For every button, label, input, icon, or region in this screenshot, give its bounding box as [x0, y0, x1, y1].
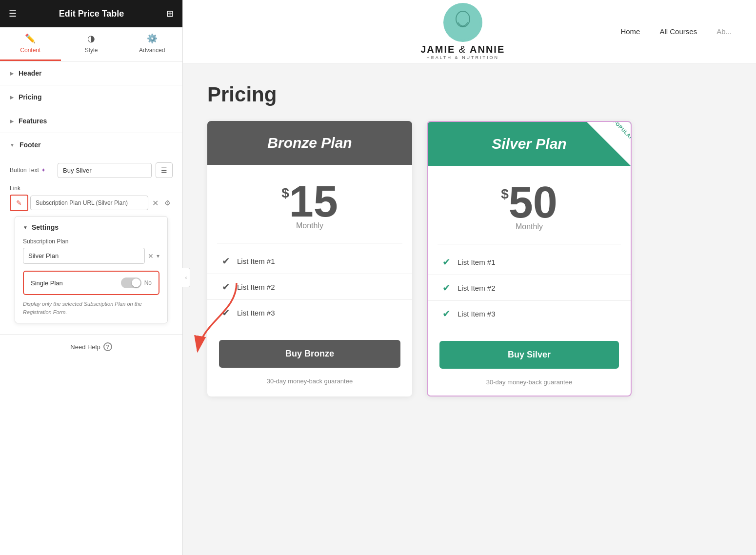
silver-feature-3-text: List Item #3: [458, 310, 496, 318]
toggle-container[interactable]: No: [121, 278, 152, 288]
bronze-price-number: 15: [289, 179, 338, 223]
buy-silver-button[interactable]: Buy Silver: [439, 341, 619, 369]
silver-plan-title: Silver Plan: [438, 136, 621, 152]
site-logo: JAMIE & ANNIE HEALTH & NUTRITION: [420, 3, 505, 60]
logo-sub: HEALTH & NUTRITION: [420, 55, 505, 60]
left-panel: ☰ Edit Price Table ⊞ ✏️ Content ◑ Style …: [0, 0, 183, 555]
dynamic-icon: ✦: [41, 167, 46, 174]
accordion-header-label: Header: [19, 69, 41, 77]
style-icon: ◑: [87, 33, 95, 44]
bronze-plan-card: Bronze Plan $ 15 Monthly ✔ List Item #1: [207, 121, 412, 396]
bronze-dollar-sign: $: [281, 185, 289, 201]
logo-text: JAMIE & ANNIE HEALTH & NUTRITION: [420, 44, 505, 60]
check-icon-green-2: ✔: [442, 282, 451, 294]
link-settings-button[interactable]: ⚙: [162, 197, 173, 209]
chevron-down-icon: ▼: [10, 142, 15, 148]
grid-icon[interactable]: ⊞: [166, 8, 174, 19]
need-help[interactable]: Need Help ?: [0, 335, 182, 359]
toggle-track[interactable]: [121, 278, 141, 288]
subscription-plan-row: Silver Plan ✕ ▾: [23, 248, 159, 264]
accordion-features-label: Features: [19, 117, 47, 125]
chevron-right-icon: ▶: [10, 71, 14, 76]
bronze-feature-3: ✔ List Item #3: [207, 300, 412, 325]
bronze-feature-1-text: List Item #1: [237, 257, 275, 265]
link-edit-button[interactable]: ✎: [10, 195, 28, 211]
tab-advanced-label: Advanced: [139, 47, 165, 54]
single-plan-row: Single Plan No: [31, 278, 152, 288]
pencil-icon: ✏️: [25, 33, 36, 44]
bronze-feature-3-text: List Item #3: [237, 309, 275, 317]
accordion-features-toggle[interactable]: ▶ Features: [0, 109, 182, 133]
bronze-price-period: Monthly: [217, 221, 402, 230]
check-icon-green-3: ✔: [442, 308, 451, 319]
select-dropdown-icon[interactable]: ▾: [157, 253, 159, 259]
right-content: JAMIE & ANNIE HEALTH & NUTRITION Home Al…: [183, 0, 756, 555]
tab-style-label: Style: [85, 47, 98, 54]
pricing-section: Pricing Bronze Plan $ 15 Monthly ✔: [183, 63, 756, 416]
silver-price-amount: $ 50: [438, 180, 621, 224]
bronze-price: $ 15 Monthly: [207, 165, 412, 243]
silver-price: $ 50 Monthly: [428, 166, 631, 244]
align-button[interactable]: ☰: [156, 162, 173, 178]
site-header: JAMIE & ANNIE HEALTH & NUTRITION Home Al…: [183, 0, 756, 63]
svg-point-0: [446, 5, 480, 40]
accordion-pricing: ▶ Pricing: [0, 85, 182, 109]
tab-advanced[interactable]: ⚙️ Advanced: [121, 27, 182, 61]
button-text-input[interactable]: [58, 163, 152, 178]
settings-header: ▼ Settings: [23, 223, 159, 231]
silver-feature-1-text: List Item #1: [458, 258, 496, 266]
silver-feature-3: ✔ List Item #3: [428, 301, 631, 326]
tab-content-label: Content: [20, 47, 40, 54]
bronze-features: ✔ List Item #1 ✔ List Item #2 ✔ List Ite…: [207, 243, 412, 330]
select-clear-button[interactable]: ✕: [148, 252, 154, 260]
pricing-title: Pricing: [207, 83, 732, 106]
nav-home[interactable]: Home: [620, 27, 640, 36]
nav-courses[interactable]: All Courses: [659, 27, 697, 36]
silver-plan-card: Silver Plan POPULAR $ 50 Monthly ✔: [427, 121, 632, 396]
subscription-plan-select[interactable]: Silver Plan: [23, 248, 145, 264]
nav-more[interactable]: Ab...: [716, 27, 732, 36]
hamburger-icon[interactable]: ☰: [9, 8, 17, 19]
buy-bronze-button[interactable]: Buy Bronze: [219, 340, 400, 368]
bronze-guarantee: 30-day money-back guarantee: [207, 377, 412, 395]
collapse-panel-button[interactable]: ‹: [182, 268, 190, 287]
tab-style[interactable]: ◑ Style: [61, 27, 122, 61]
link-field: Link ✎ Subscription Plan URL (Silver Pla…: [10, 185, 173, 211]
bronze-feature-2: ✔ List Item #2: [207, 274, 412, 300]
panel-header: ☰ Edit Price Table ⊞: [0, 0, 182, 27]
silver-guarantee: 30-day money-back guarantee: [428, 378, 631, 396]
gear-icon: ⚙️: [147, 33, 158, 44]
silver-price-number: 50: [509, 180, 557, 224]
silver-features: ✔ List Item #1 ✔ List Item #2 ✔ List Ite…: [428, 244, 631, 331]
check-icon-2: ✔: [222, 281, 230, 293]
single-plan-box: Single Plan No: [23, 271, 159, 295]
bronze-feature-2-text: List Item #2: [237, 283, 275, 291]
settings-hint: Display only the selected Subscription P…: [23, 300, 159, 316]
accordion-header-toggle[interactable]: ▶ Header: [0, 61, 182, 85]
logo-circle: [443, 3, 482, 42]
accordion-pricing-toggle[interactable]: ▶ Pricing: [0, 85, 182, 109]
pricing-cards: Bronze Plan $ 15 Monthly ✔ List Item #1: [207, 121, 732, 396]
tab-content[interactable]: ✏️ Content: [0, 27, 61, 61]
accordion-features: ▶ Features: [0, 109, 182, 133]
bronze-feature-1: ✔ List Item #1: [207, 248, 412, 274]
link-label: Link: [10, 185, 173, 192]
subscription-plan-label: Subscription Plan: [23, 238, 159, 245]
help-icon: ?: [103, 342, 112, 351]
accordion-footer-toggle[interactable]: ▼ Footer: [0, 133, 182, 157]
chevron-right-icon-3: ▶: [10, 119, 14, 124]
silver-card-header: Silver Plan POPULAR: [428, 122, 631, 166]
need-help-label: Need Help: [70, 343, 100, 351]
button-text-field: Button Text ✦ ☰: [10, 162, 173, 178]
check-icon-3: ✔: [222, 307, 230, 318]
tab-bar: ✏️ Content ◑ Style ⚙️ Advanced: [0, 27, 182, 61]
single-plan-label: Single Plan: [31, 279, 63, 287]
silver-feature-2-text: List Item #2: [458, 284, 496, 292]
bronze-plan-title: Bronze Plan: [217, 135, 402, 151]
bronze-footer: Buy Bronze: [207, 330, 412, 377]
chevron-right-icon-2: ▶: [10, 95, 14, 100]
accordion-footer-label: Footer: [20, 141, 41, 149]
settings-dropdown: ▼ Settings Subscription Plan Silver Plan…: [15, 216, 168, 323]
link-clear-button[interactable]: ✕: [150, 197, 160, 210]
silver-dollar-sign: $: [501, 186, 509, 202]
